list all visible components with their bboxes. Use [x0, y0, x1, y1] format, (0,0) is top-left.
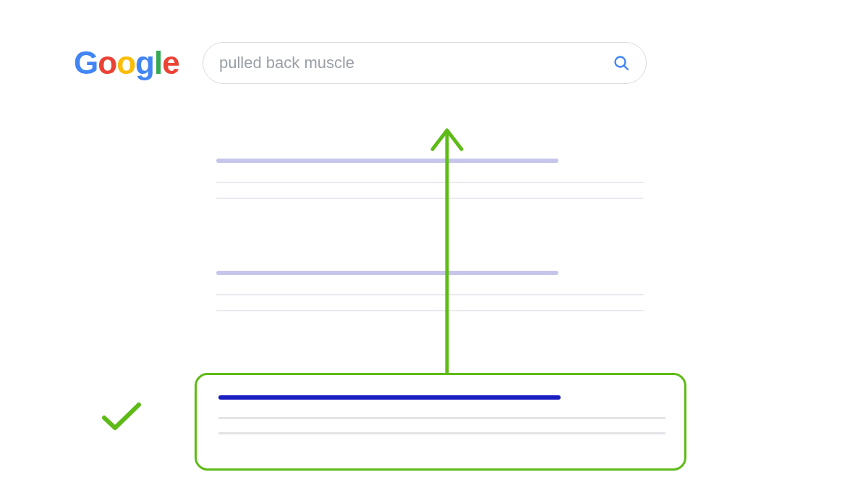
search-bar[interactable]	[203, 42, 647, 84]
result-snippet-placeholder	[218, 417, 665, 419]
search-icon[interactable]	[613, 54, 630, 72]
svg-line-1	[624, 66, 628, 70]
google-logo: Google	[74, 45, 179, 81]
checkmark-icon	[101, 402, 142, 432]
result-title-placeholder	[216, 159, 558, 163]
rank-up-arrow-icon	[430, 125, 464, 375]
search-input[interactable]	[219, 54, 613, 72]
result-title-placeholder	[216, 271, 558, 275]
result-snippet-placeholder	[218, 432, 665, 434]
result-title-placeholder	[218, 395, 561, 400]
highlighted-search-result	[195, 373, 686, 471]
